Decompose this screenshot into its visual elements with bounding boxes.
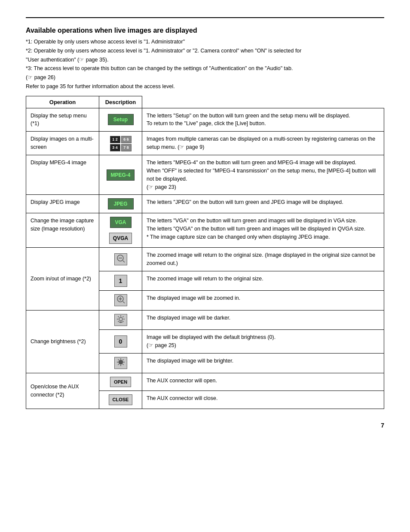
btn-mpeg4[interactable]: MPEG-4: [99, 155, 142, 195]
zoom-out-button[interactable]: [114, 253, 127, 265]
zoom-in-button[interactable]: [114, 294, 127, 306]
table-row: Display JPEG image JPEG The letters "JPE…: [26, 195, 384, 213]
note-3b: (☞ page 26): [26, 74, 384, 82]
btn-zoom-1[interactable]: 1: [99, 271, 142, 290]
col-header-operation: Operation: [26, 96, 99, 108]
btn-multiscreen[interactable]: 1 2 6 6 3 4 7 8: [99, 132, 142, 155]
desc-multiscreen: Images from multiple cameras can be disp…: [142, 132, 384, 155]
ms-cell-2: 6 6: [121, 136, 132, 143]
desc-bright-0: Image will be displayed with the default…: [142, 330, 384, 354]
note-1: *1: Operable by only users whose access …: [26, 38, 384, 46]
op-vga: Change the image capture size (Image res…: [26, 213, 99, 248]
note-2b: "User authentication" (☞ page 35).: [26, 56, 384, 64]
desc-mpeg4: The letters "MPEG-4" on the button will …: [142, 155, 384, 195]
vga-button[interactable]: VGA: [110, 217, 132, 228]
svg-line-15: [118, 321, 119, 322]
page-number: 7: [381, 422, 384, 429]
op-multiscreen: Display images on a multi-screen: [26, 132, 99, 155]
btn-vga[interactable]: VGA QVGA: [99, 213, 142, 248]
table-row: Display the setup menu (*1) Setup The le…: [26, 108, 384, 132]
desc-vga: The letters "VGA" on the button will tur…: [142, 213, 384, 248]
btn-bright-down[interactable]: [99, 310, 142, 330]
svg-line-14: [122, 316, 123, 317]
ms-cell-3: 3 4: [110, 144, 120, 151]
btn-jpeg[interactable]: JPEG: [99, 195, 142, 213]
page-title: Available operations when live images ar…: [26, 27, 384, 34]
op-jpeg: Display JPEG image: [26, 195, 99, 213]
close-button[interactable]: CLOSE: [109, 394, 133, 405]
svg-line-23: [122, 364, 123, 365]
op-setup: Display the setup menu (*1): [26, 108, 99, 132]
brightness-zero-button[interactable]: 0: [114, 335, 127, 347]
note-2: *2: Operable by only users whose access …: [26, 47, 384, 55]
table-row: Change brightness (*2): [26, 310, 384, 330]
top-rule: [26, 17, 384, 18]
svg-point-7: [119, 317, 122, 321]
notes-section: *1: Operable by only users whose access …: [26, 38, 384, 91]
desc-setup: The letters "Setup" on the button will t…: [142, 108, 384, 132]
ms-cell-4: 7 8: [121, 144, 132, 151]
op-aux: Open/close the AUX connector (*2): [26, 373, 99, 409]
brightness-down-button[interactable]: [114, 314, 127, 326]
desc-open: The AUX connector will open.: [142, 373, 384, 391]
table-row: Open/close the AUX connector (*2) OPEN T…: [26, 373, 384, 391]
svg-point-17: [119, 360, 123, 364]
svg-line-6: [123, 301, 125, 303]
svg-line-24: [122, 359, 123, 360]
btn-zoom-out[interactable]: [99, 248, 142, 271]
btn-setup[interactable]: Setup: [99, 108, 142, 132]
btn-close[interactable]: CLOSE: [99, 391, 142, 409]
note-3: *3: The access level to operate this but…: [26, 65, 384, 73]
btn-bright-0[interactable]: 0: [99, 330, 142, 354]
op-mpeg4: Display MPEG-4 image: [26, 155, 99, 195]
zoom-1-button[interactable]: 1: [114, 275, 127, 287]
desc-close: The AUX connector will close.: [142, 391, 384, 409]
desc-zoom-1: The zoomed image will return to the orig…: [142, 271, 384, 290]
table-row: Zoom in/out of image (*2) The zoomed ima…: [26, 248, 384, 271]
btn-bright-up[interactable]: [99, 353, 142, 373]
table-row: Display MPEG-4 image MPEG-4 The letters …: [26, 155, 384, 195]
btn-zoom-in[interactable]: [99, 290, 142, 310]
svg-line-25: [118, 364, 119, 365]
desc-jpeg: The letters "JPEG" on the button will tu…: [142, 195, 384, 213]
jpeg-button[interactable]: JPEG: [108, 198, 134, 209]
btn-group-vga: VGA QVGA: [104, 217, 138, 244]
ms-cell-1: 1 2: [110, 136, 120, 143]
page-number-section: 7: [26, 422, 384, 429]
btn-open[interactable]: OPEN: [99, 373, 142, 391]
op-zoom: Zoom in/out of image (*2): [26, 248, 99, 310]
setup-button[interactable]: Setup: [108, 114, 134, 125]
svg-line-2: [123, 261, 125, 262]
table-row: Display images on a multi-screen 1 2 6 6…: [26, 132, 384, 155]
mpeg4-button[interactable]: MPEG-4: [107, 169, 134, 181]
desc-zoom-out: The zoomed image will return to the orig…: [142, 248, 384, 271]
desc-zoom-in: The displayed image will be zoomed in.: [142, 290, 384, 310]
open-button[interactable]: OPEN: [110, 377, 131, 387]
svg-line-12: [118, 316, 119, 317]
operations-table: Operation Description Display the setup …: [26, 96, 384, 409]
qvga-button[interactable]: QVGA: [109, 233, 132, 244]
multiscreen-icon[interactable]: 1 2 6 6 3 4 7 8: [110, 136, 132, 151]
svg-line-13: [122, 321, 123, 322]
desc-bright-up: The displayed image will be brighter.: [142, 353, 384, 373]
op-brightness: Change brightness (*2): [26, 310, 99, 373]
svg-line-22: [118, 359, 119, 360]
col-header-description: Description: [99, 96, 142, 108]
page-content: Available operations when live images ar…: [26, 27, 384, 409]
desc-bright-down: The displayed image will be darker.: [142, 310, 384, 330]
brightness-up-button[interactable]: [114, 357, 127, 369]
note-ref: Refer to page 35 for further information…: [26, 83, 384, 91]
table-row: Change the image capture size (Image res…: [26, 213, 384, 248]
